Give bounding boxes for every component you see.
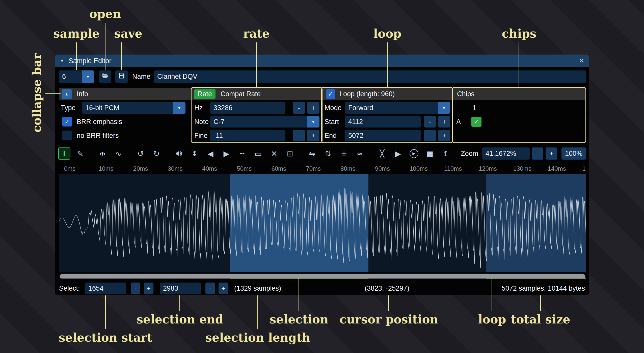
callout-line-save <box>121 42 122 70</box>
trim-button[interactable]: ⊡ <box>284 147 296 160</box>
loop-start-input[interactable]: 4112 <box>345 116 421 128</box>
annotation-selection-length: selection length <box>205 331 310 344</box>
rate-badge-button[interactable]: Rate <box>194 89 216 99</box>
chevron-down-icon[interactable]: ▼ <box>82 70 94 83</box>
ruler-label: 50ms <box>237 165 252 172</box>
chip-row-label: A <box>456 116 461 128</box>
sign-exchange-button[interactable]: ± <box>338 147 350 160</box>
normalize-button[interactable]: ↨ <box>189 147 201 160</box>
selection-end-input[interactable]: 2983 <box>160 283 201 294</box>
edit-mode-select-button[interactable]: I <box>58 147 70 160</box>
waveform-view[interactable] <box>59 174 586 272</box>
no-brr-filters-checkbox[interactable] <box>62 131 72 140</box>
zoom-minus-button[interactable]: - <box>532 147 543 160</box>
no-brr-filters-label: no BRR filters <box>77 130 119 141</box>
hz-input[interactable]: 33286 <box>210 102 285 114</box>
sample-selector-dropdown[interactable]: 6 ▼ <box>59 70 94 83</box>
annotation-selection: selection <box>270 313 329 326</box>
sample-type-dropdown[interactable]: 16-bit PCM ▼ <box>82 102 185 114</box>
loop-enable-checkbox[interactable]: ✓ <box>326 89 335 99</box>
callout-line-rate <box>256 42 257 87</box>
sample-editor-window: ▼ Sample Editor ✕ 6 ▼ Name Clarinet DQV … <box>55 55 589 295</box>
name-label: Name <box>132 70 150 83</box>
annotation-save: save <box>114 27 142 40</box>
selection-end-plus-button[interactable]: + <box>219 283 228 294</box>
fade-out-button[interactable]: ▶ <box>220 147 232 160</box>
ruler-label: 120ms <box>479 165 497 172</box>
callout-line-open <box>105 23 105 70</box>
hz-minus-button[interactable]: - <box>293 102 305 114</box>
info-header-label: Info <box>77 90 88 98</box>
annotation-rate: rate <box>243 27 270 40</box>
callout-line-cursor-position <box>388 295 389 311</box>
loop-start-plus-button[interactable]: + <box>438 116 450 128</box>
selection-length-text: (1329 samples) <box>234 283 281 294</box>
ruler-label: 70ms <box>306 165 321 172</box>
fine-plus-button[interactable]: + <box>307 130 319 141</box>
ruler-label: 80ms <box>340 165 355 172</box>
resample-button[interactable]: ∿ <box>112 147 124 160</box>
close-icon[interactable]: ✕ <box>579 57 584 65</box>
preview-circled-button[interactable]: ▶ <box>408 147 420 160</box>
loop-start-minus-button[interactable]: - <box>424 116 436 128</box>
zoom-plus-button[interactable]: + <box>546 147 557 160</box>
ruler-label: 0ms <box>64 165 75 172</box>
note-label: Note <box>194 116 209 128</box>
create-instrument-button[interactable]: ↥ <box>440 147 452 160</box>
ruler-label: 100ms <box>410 165 428 172</box>
sample-selector-value: 6 <box>62 73 66 81</box>
sample-name-input[interactable]: Clarinet DQV <box>154 70 586 83</box>
callout-line-chips <box>519 42 519 87</box>
open-sample-button[interactable] <box>99 70 111 83</box>
save-sample-button[interactable] <box>115 70 128 83</box>
fine-minus-button[interactable]: - <box>293 130 305 141</box>
ruler-label: 90ms <box>375 165 390 172</box>
brr-emphasis-checkbox[interactable]: ✓ <box>62 117 72 127</box>
delete-button[interactable]: ✕ <box>268 147 280 160</box>
ruler-label: 110ms <box>444 165 462 172</box>
undo-button[interactable]: ↺ <box>135 147 147 160</box>
collapse-info-button[interactable]: ▲ <box>62 89 72 99</box>
brr-emphasis-label: BRR emphasis <box>77 116 122 128</box>
filter-button[interactable]: ≈ <box>354 147 366 160</box>
chevron-down-icon[interactable]: ▼ <box>173 102 185 114</box>
annotation-collapse-bar: collapse bar <box>30 54 44 133</box>
amplify-button[interactable] <box>173 147 185 160</box>
loop-mode-dropdown[interactable]: Forward ▼ <box>345 102 450 114</box>
apply-silence-button[interactable]: ▭ <box>252 147 264 160</box>
zoom-reset-button[interactable]: 100% <box>561 147 586 160</box>
loop-end-minus-button[interactable]: - <box>424 130 436 141</box>
fine-label: Fine <box>194 130 208 141</box>
chip-a-checkbox[interactable]: ✓ <box>471 117 481 127</box>
chevron-down-icon[interactable]: ▼ <box>438 102 450 114</box>
loop-end-input[interactable]: 5072 <box>345 130 421 141</box>
crossfade-loop-button[interactable]: ╳ <box>376 147 388 160</box>
resize-button[interactable]: ⇹ <box>96 147 109 160</box>
selection-start-input[interactable]: 1654 <box>85 283 126 294</box>
note-dropdown[interactable]: C-7 ▼ <box>210 116 319 128</box>
edit-mode-draw-button[interactable]: ✎ <box>74 147 86 160</box>
rate-section-header: Rate Compat Rate <box>192 88 321 100</box>
hz-plus-button[interactable]: + <box>307 102 319 114</box>
window-collapse-icon[interactable]: ▼ <box>60 59 64 63</box>
fade-in-button[interactable]: ◀ <box>204 147 217 160</box>
selection-end-minus-button[interactable]: - <box>205 283 215 294</box>
stop-preview-button[interactable]: ■ <box>424 147 436 160</box>
waveform[interactable] <box>59 174 586 272</box>
reverse-button[interactable]: ⇋ <box>306 147 318 160</box>
selection-start-minus-button[interactable]: - <box>131 283 140 294</box>
loop-end-plus-button[interactable]: + <box>438 130 450 141</box>
callout-line-selection-end <box>179 295 180 311</box>
chips-header-label: Chips <box>457 90 474 98</box>
annotation-chips: chips <box>502 27 536 40</box>
callout-line-collapse-bar <box>45 93 61 94</box>
preview-button[interactable]: ▶ <box>392 147 404 160</box>
redo-button[interactable]: ↻ <box>150 147 163 160</box>
insert-silence-button[interactable]: ╍ <box>236 147 248 160</box>
chevron-down-icon[interactable]: ▼ <box>307 116 319 128</box>
fine-input[interactable]: -11 <box>210 130 285 141</box>
invert-button[interactable]: ⇅ <box>322 147 334 160</box>
zoom-input[interactable]: 41.1672% <box>482 147 530 160</box>
selection-start-plus-button[interactable]: + <box>144 283 153 294</box>
annotation-sample: sample <box>53 27 99 40</box>
